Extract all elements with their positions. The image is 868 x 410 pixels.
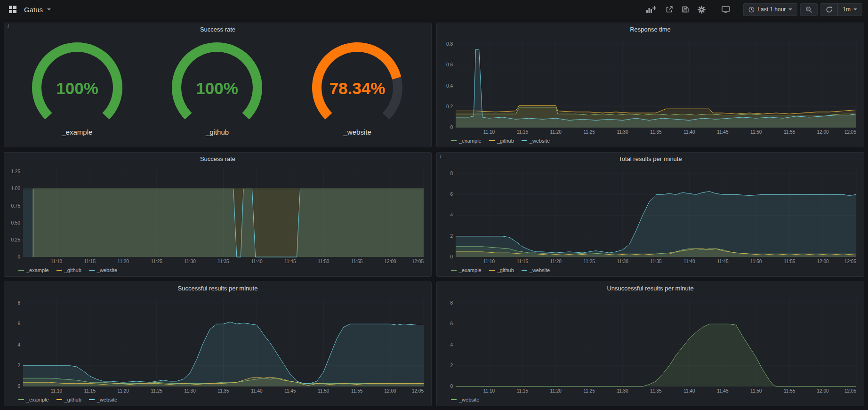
gauge-value: 100% xyxy=(56,79,98,97)
legend-item-_example[interactable]: _example xyxy=(451,138,482,144)
svg-text:11:20: 11:20 xyxy=(550,259,562,264)
svg-text:0.25: 0.25 xyxy=(11,237,21,242)
legend-swatch xyxy=(451,399,457,400)
svg-text:11:35: 11:35 xyxy=(217,388,229,394)
legend-item-_github[interactable]: _github xyxy=(56,267,81,273)
svg-text:0.6: 0.6 xyxy=(446,62,453,67)
gauge-label: _example xyxy=(16,128,138,136)
svg-text:12:00: 12:00 xyxy=(385,388,396,394)
svg-text:12:05: 12:05 xyxy=(844,129,856,135)
legend-series-name: _website xyxy=(97,397,117,402)
gauge-label: _website xyxy=(296,128,418,136)
legend: _website xyxy=(440,395,860,404)
gauge-_example[interactable]: 100%_example xyxy=(16,41,138,136)
refresh-interval-caret xyxy=(853,8,857,10)
time-range-caret xyxy=(788,8,792,10)
refresh-button[interactable] xyxy=(820,3,837,16)
legend-item-_example[interactable]: _example xyxy=(451,267,482,273)
panel-header[interactable]: Success rate xyxy=(4,23,431,35)
legend-series-name: _github xyxy=(64,267,81,273)
legend-item-_website[interactable]: _website xyxy=(522,138,550,144)
panel-successful-results: Successful results per minute 0246811:10… xyxy=(4,281,432,406)
legend-swatch xyxy=(489,140,495,141)
legend-item-_example[interactable]: _example xyxy=(18,267,49,273)
add-panel-button[interactable] xyxy=(643,4,660,15)
gauge-_github[interactable]: 100%_github xyxy=(156,41,278,136)
legend-item-_github[interactable]: _github xyxy=(489,138,514,144)
refresh-interval-dropdown[interactable]: 1m xyxy=(837,3,862,16)
legend: _example_github_website xyxy=(440,265,860,275)
response-time-chart[interactable]: 00.20.40.60.811:1011:1511:2011:2511:3011… xyxy=(440,35,860,136)
legend-item-_example[interactable]: _example xyxy=(18,397,49,402)
monitor-icon xyxy=(722,6,730,13)
panel-header[interactable]: Successful results per minute xyxy=(4,282,431,294)
svg-text:0: 0 xyxy=(450,254,453,259)
legend-item-_website[interactable]: _website xyxy=(522,267,550,273)
panel-header[interactable]: Unsuccessful results per minute xyxy=(437,282,864,294)
svg-text:11:55: 11:55 xyxy=(784,388,796,394)
unsuccessful-results-chart[interactable]: 0246811:1011:1511:2011:2511:3011:3511:40… xyxy=(440,294,860,395)
legend-item-_website[interactable]: _website xyxy=(451,397,479,402)
success-rate-gauge-chart[interactable]: 100%_example100%_github78.34%_website xyxy=(7,35,427,145)
successful-results-chart[interactable]: 0246811:1011:1511:2011:2511:3011:3511:40… xyxy=(7,294,427,395)
panel-header[interactable]: Total results per minute xyxy=(437,153,864,165)
dashboard-title[interactable]: Gatus xyxy=(24,6,43,14)
legend-item-_website[interactable]: _website xyxy=(89,397,117,402)
svg-text:11:20: 11:20 xyxy=(550,129,562,135)
svg-text:11:45: 11:45 xyxy=(717,388,729,394)
svg-text:1.25: 1.25 xyxy=(11,169,21,174)
svg-text:12:05: 12:05 xyxy=(412,259,424,264)
panel-title[interactable]: Success rate xyxy=(200,26,235,33)
gauge-_website[interactable]: 78.34%_website xyxy=(296,41,418,136)
time-range-picker[interactable]: Last 1 hour xyxy=(743,3,797,16)
gauge-arc: 78.34% xyxy=(296,41,418,127)
svg-text:11:15: 11:15 xyxy=(517,259,529,264)
panel-title[interactable]: Successful results per minute xyxy=(178,285,258,292)
legend-item-_github[interactable]: _github xyxy=(56,397,81,402)
legend-series-name: _github xyxy=(497,267,514,273)
legend: _example_github_website xyxy=(7,395,427,404)
panel-title[interactable]: Total results per minute xyxy=(619,155,682,162)
svg-text:11:10: 11:10 xyxy=(51,388,63,394)
legend-item-_github[interactable]: _github xyxy=(489,267,514,273)
svg-text:11:45: 11:45 xyxy=(717,129,729,135)
legend-series-name: _website xyxy=(530,138,550,144)
time-range-label: Last 1 hour xyxy=(757,6,786,13)
panel-info-icon[interactable]: i xyxy=(437,153,444,159)
panel-title[interactable]: Unsuccessful results per minute xyxy=(607,285,693,292)
panel-info-icon[interactable]: i xyxy=(4,23,12,30)
legend-item-_website[interactable]: _website xyxy=(89,267,117,273)
zoom-out-button[interactable] xyxy=(800,3,818,16)
svg-text:11:30: 11:30 xyxy=(184,388,196,394)
dashboard-dropdown-caret[interactable] xyxy=(47,8,51,10)
share-button[interactable] xyxy=(663,4,676,15)
total-results-per-minute-svg[interactable]: 0246811:1011:1511:2011:2511:3011:3511:40… xyxy=(440,165,860,265)
tv-mode-button[interactable] xyxy=(719,4,733,15)
panel-header[interactable]: Success rate xyxy=(4,153,431,165)
svg-text:8: 8 xyxy=(450,171,453,176)
panel-total-results: i Total results per minute 0246811:1011:… xyxy=(436,152,864,277)
svg-text:11:15: 11:15 xyxy=(84,388,96,394)
save-icon xyxy=(682,6,689,13)
save-button[interactable] xyxy=(679,4,692,15)
svg-text:11:45: 11:45 xyxy=(284,388,296,394)
successful-results-per-minute-svg[interactable]: 0246811:1011:1511:2011:2511:3011:3511:40… xyxy=(7,294,427,395)
unsuccessful-results-per-minute-svg[interactable]: 0246811:1011:1511:2011:2511:3011:3511:40… xyxy=(440,294,860,395)
svg-text:11:35: 11:35 xyxy=(650,388,662,394)
settings-button[interactable] xyxy=(695,4,708,16)
svg-text:0.2: 0.2 xyxy=(446,104,453,109)
legend: _example_github_website xyxy=(7,265,427,275)
svg-text:11:25: 11:25 xyxy=(584,388,595,394)
panel-header[interactable]: Response time xyxy=(437,23,864,35)
panel-title[interactable]: Success rate xyxy=(200,155,235,162)
success-rate-svg[interactable]: 00.250.500.751.001.2511:1011:1511:2011:2… xyxy=(7,165,427,265)
grafana-menu-button[interactable] xyxy=(6,3,20,16)
svg-text:11:15: 11:15 xyxy=(84,259,96,264)
total-results-chart[interactable]: 0246811:1011:1511:2011:2511:3011:3511:40… xyxy=(440,165,860,265)
legend-series-name: _github xyxy=(497,138,514,144)
navbar: Gatus Last 1 hour xyxy=(0,0,868,19)
response-time-svg[interactable]: 00.20.40.60.811:1011:1511:2011:2511:3011… xyxy=(440,35,860,136)
success-rate-chart[interactable]: 00.250.500.751.001.2511:1011:1511:2011:2… xyxy=(7,165,427,265)
panel-title[interactable]: Response time xyxy=(630,26,671,33)
svg-text:11:30: 11:30 xyxy=(617,259,628,264)
